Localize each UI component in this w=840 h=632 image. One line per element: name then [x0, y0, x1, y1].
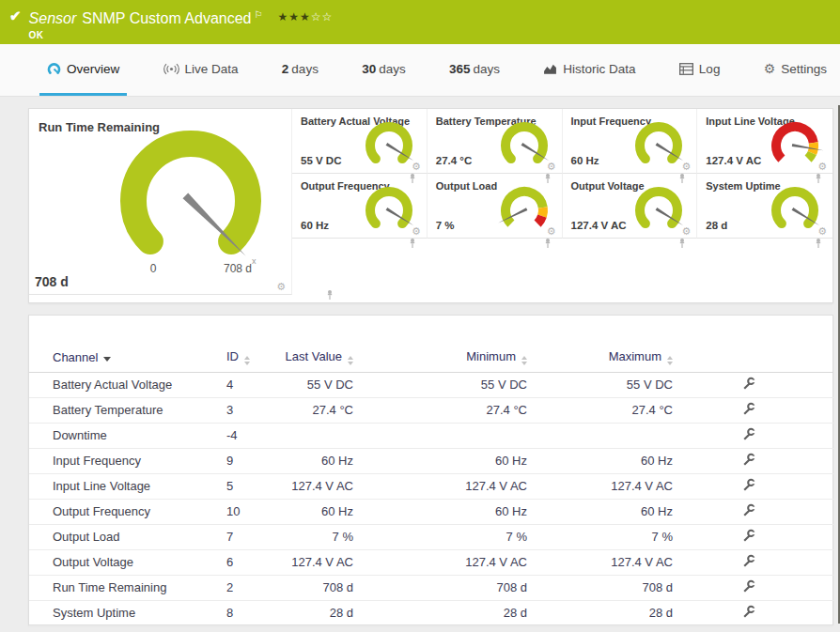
- column-header-id[interactable]: ID: [203, 344, 259, 372]
- last-value: 127.4 V AC: [259, 473, 353, 499]
- gear-icon[interactable]: ⚙: [681, 226, 691, 236]
- channel-settings-wrench-icon[interactable]: [741, 529, 755, 543]
- gauge-cell-output-voltage[interactable]: Output Voltage127.4 V AC ⚙: [563, 174, 698, 239]
- column-header-minimum[interactable]: Minimum: [353, 344, 527, 372]
- gear-icon[interactable]: ⚙: [276, 282, 286, 291]
- channel-settings-wrench-icon[interactable]: [741, 453, 755, 467]
- flag-icon[interactable]: ⚐: [255, 9, 263, 20]
- tab-2-days[interactable]: 2days: [274, 44, 326, 96]
- gauge-dial: x0708 d: [78, 116, 303, 285]
- star-icon[interactable]: ★: [300, 10, 311, 23]
- svg-text:0: 0: [150, 262, 157, 275]
- column-header-channel[interactable]: Channel: [29, 344, 203, 372]
- minimum-value: 55 V DC: [353, 372, 527, 397]
- maximum-value: 28 d: [527, 600, 673, 625]
- gear-icon[interactable]: ⚙: [681, 162, 691, 171]
- tab-30-days[interactable]: 30days: [354, 44, 413, 96]
- gear-icon[interactable]: ⚙: [547, 226, 556, 236]
- tab-label: Log: [699, 62, 721, 76]
- channel-settings-wrench-icon[interactable]: [741, 402, 755, 416]
- table-row-run-time-remaining: Run Time Remaining 2 708 d 708 d 708 d: [29, 575, 833, 600]
- gauge-cell-run-time-remaining[interactable]: Run Time Remainingx0708 d708 d ⚙: [29, 109, 292, 295]
- channel-settings-wrench-icon[interactable]: [741, 427, 755, 441]
- overview-panel: Run Time Remainingx0708 d708 d ⚙ Battery…: [28, 108, 833, 303]
- pin-icon[interactable]: [543, 238, 552, 249]
- maximum-value: 127.4 V AC: [527, 473, 673, 499]
- column-header-last-value[interactable]: Last Value: [259, 344, 353, 372]
- priority-stars[interactable]: ★★★☆☆: [277, 10, 333, 23]
- channel-id: 9: [203, 448, 259, 473]
- column-header-maximum[interactable]: Maximum: [527, 344, 673, 372]
- sort-icon: [244, 356, 250, 365]
- gauge-cell-input-line-voltage[interactable]: Input Line Voltage127.4 V AC ⚙: [697, 109, 832, 174]
- gauge-cell-battery-actual-voltage[interactable]: Battery Actual Voltage55 V DC ⚙: [292, 109, 428, 174]
- maximum-value: [527, 423, 673, 448]
- status-badge: OK: [29, 30, 334, 40]
- channel-settings-wrench-icon[interactable]: [741, 554, 755, 568]
- channel-settings-wrench-icon[interactable]: [741, 579, 755, 593]
- minimum-value: 60 Hz: [353, 499, 527, 524]
- gear-icon[interactable]: ⚙: [547, 162, 556, 171]
- channel-settings-wrench-icon[interactable]: [741, 377, 755, 391]
- gear-icon[interactable]: ⚙: [817, 226, 827, 236]
- gauge-value: 27.4 °C: [436, 155, 472, 166]
- channel-id: 2: [203, 575, 259, 600]
- sensor-header: ✔ SensorSNMP Custom Advanced⚐★★★☆☆ OK: [0, 0, 840, 44]
- cell-tools: ⚙: [817, 226, 827, 236]
- channel-settings-wrench-icon[interactable]: [741, 478, 755, 492]
- pin-icon[interactable]: [814, 238, 823, 249]
- last-value: 708 d: [259, 575, 353, 600]
- gear-icon[interactable]: ⚙: [412, 226, 421, 236]
- tab-365-days[interactable]: 365days: [442, 44, 507, 96]
- tab-settings[interactable]: ⚙Settings: [756, 44, 834, 96]
- pin-icon[interactable]: [325, 289, 334, 301]
- page-title: SNMP Custom Advanced: [82, 10, 251, 26]
- maximum-value: 7 %: [527, 524, 673, 549]
- last-value: 27.4 °C: [259, 397, 353, 423]
- log-icon: [679, 63, 693, 75]
- gauge-cell-system-uptime[interactable]: System Uptime28 d ⚙: [697, 174, 832, 239]
- gauge-cell-input-frequency[interactable]: Input Frequency60 Hz ⚙: [563, 109, 698, 174]
- gear-icon[interactable]: ⚙: [412, 162, 421, 171]
- last-value: 7 %: [259, 524, 353, 549]
- star-icon[interactable]: ☆: [322, 10, 334, 23]
- gauge-cell-battery-temperature[interactable]: Battery Temperature27.4 °C ⚙: [428, 109, 563, 174]
- gauge-value: 7 %: [436, 220, 455, 231]
- tab-label: Overview: [67, 62, 119, 76]
- gauge-cell-output-load[interactable]: Output Load7 % ⚙: [428, 174, 563, 239]
- last-value: 60 Hz: [259, 448, 353, 473]
- pin-icon[interactable]: [677, 238, 687, 249]
- maximum-value: 55 V DC: [527, 372, 673, 397]
- channel-name: Run Time Remaining: [29, 575, 203, 600]
- star-icon[interactable]: ★: [288, 10, 300, 23]
- gauge-value: 127.4 V AC: [571, 220, 627, 231]
- pin-icon[interactable]: [408, 238, 417, 249]
- channel-id: -4: [203, 423, 259, 448]
- table-row-input-frequency: Input Frequency 9 60 Hz 60 Hz 60 Hz: [29, 448, 833, 473]
- star-icon[interactable]: ★: [277, 10, 288, 23]
- table-row-system-uptime: System Uptime 8 28 d 28 d 28 d: [29, 600, 833, 625]
- star-icon[interactable]: ☆: [311, 10, 322, 23]
- gauge-value: 55 V DC: [301, 155, 341, 166]
- last-value: [259, 423, 353, 448]
- tab-overview[interactable]: Overview: [39, 44, 127, 96]
- column-header-tools: [673, 344, 823, 372]
- cell-tools: ⚙: [276, 282, 286, 291]
- tab-label: 30days: [362, 62, 406, 76]
- tab-label: 2days: [282, 62, 319, 76]
- tab-historic-data[interactable]: Historic Data: [536, 44, 643, 96]
- last-value: 60 Hz: [259, 499, 353, 524]
- tab-live-data[interactable]: Live Data: [156, 44, 246, 96]
- minimum-value: 708 d: [353, 575, 527, 600]
- gear-icon[interactable]: ⚙: [817, 162, 827, 171]
- tab-bar: OverviewLive Data2days30days365daysHisto…: [0, 44, 840, 97]
- channel-settings-wrench-icon[interactable]: [741, 605, 755, 619]
- cell-tools: ⚙: [681, 162, 691, 171]
- tab-label: 365days: [449, 62, 500, 76]
- channel-settings-wrench-icon[interactable]: [741, 503, 755, 517]
- gauge-cell-output-frequency[interactable]: Output Frequency60 Hz ⚙: [292, 174, 428, 239]
- tab-log[interactable]: Log: [672, 44, 728, 96]
- channel-name: Output Voltage: [29, 549, 203, 575]
- gauge-icon: [47, 62, 61, 76]
- gauge-value: 60 Hz: [301, 220, 329, 231]
